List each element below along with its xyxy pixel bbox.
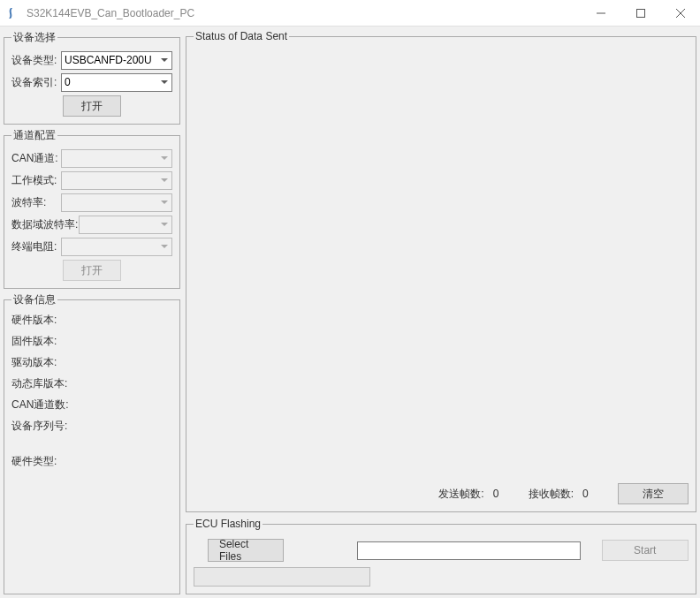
can-channel-label: CAN通道: [11,151,61,166]
svg-rect-1 [636,9,644,17]
device-index-combo[interactable]: 0 [61,73,172,92]
device-info-legend: 设备信息 [11,292,57,307]
ecu-flashing-group: ECU Flashing Select Files Start [186,518,696,594]
work-mode-label: 工作模式: [11,173,61,188]
ecu-flashing-legend: ECU Flashing [194,518,262,530]
chevron-down-icon [156,52,171,69]
maximize-button[interactable] [620,0,660,26]
device-index-value: 0 [65,76,71,88]
device-type-value: USBCANFD-200U [65,54,152,66]
file-path-field[interactable] [357,541,581,560]
recv-frames-value: 0 [582,488,609,500]
data-baud-combo[interactable] [79,216,172,234]
device-type-label: 设备类型: [11,53,61,68]
select-files-button[interactable]: Select Files [208,539,284,562]
hw-type-label: 硬件类型: [11,455,57,467]
baud-combo[interactable] [61,193,172,212]
close-button[interactable] [660,0,700,26]
titlebar: S32K144EVB_Can_Bootloader_PC [0,0,700,26]
chevron-down-icon [156,238,171,255]
channel-config-legend: 通道配置 [11,128,57,143]
clear-button[interactable]: 清空 [618,483,689,504]
can-channel-combo[interactable] [61,149,172,168]
window-title: S32K144EVB_Can_Bootloader_PC [27,7,581,19]
device-index-label: 设备索引: [11,75,61,90]
chevron-down-icon [156,216,171,233]
hw-version-label: 硬件版本: [11,314,57,326]
fw-version-label: 固件版本: [11,335,57,347]
status-legend: Status of Data Sent [194,30,289,42]
sent-frames-value: 0 [493,488,520,500]
device-select-legend: 设备选择 [11,30,57,45]
window-controls [581,0,700,26]
can-count-label: CAN通道数: [11,398,69,411]
channel-open-button[interactable]: 打开 [63,260,121,281]
baud-label: 波特率: [11,195,61,210]
drv-version-label: 驱动版本: [11,356,57,368]
device-info-group: 设备信息 硬件版本: 固件版本: 驱动版本: 动态库版本: CAN通道数: 设备… [4,292,180,594]
lib-version-label: 动态库版本: [11,377,67,390]
status-group: Status of Data Sent 发送帧数: 0 接收帧数: 0 清空 [186,30,696,512]
chevron-down-icon [156,150,171,167]
chevron-down-icon [156,172,171,189]
sent-frames-label: 发送帧数: [438,487,483,502]
status-log-area [194,48,689,480]
serial-label: 设备序列号: [11,420,67,432]
term-res-label: 终端电阻: [11,239,61,254]
device-select-group: 设备选择 设备类型: USBCANFD-200U 设备索引: 0 打开 [4,30,180,125]
minimize-button[interactable] [581,0,620,26]
chevron-down-icon [156,74,171,91]
start-button[interactable]: Start [602,540,689,561]
work-mode-combo[interactable] [61,171,172,190]
recv-frames-label: 接收帧数: [529,487,574,502]
chevron-down-icon [156,194,171,211]
channel-config-group: 通道配置 CAN通道: 工作模式: 波特率: [4,128,180,289]
flash-progress-bar [194,567,370,587]
device-type-combo[interactable]: USBCANFD-200U [61,51,172,70]
app-icon [7,6,21,20]
data-baud-label: 数据域波特率: [11,217,79,232]
term-res-combo[interactable] [61,238,172,256]
device-open-button[interactable]: 打开 [63,95,121,117]
